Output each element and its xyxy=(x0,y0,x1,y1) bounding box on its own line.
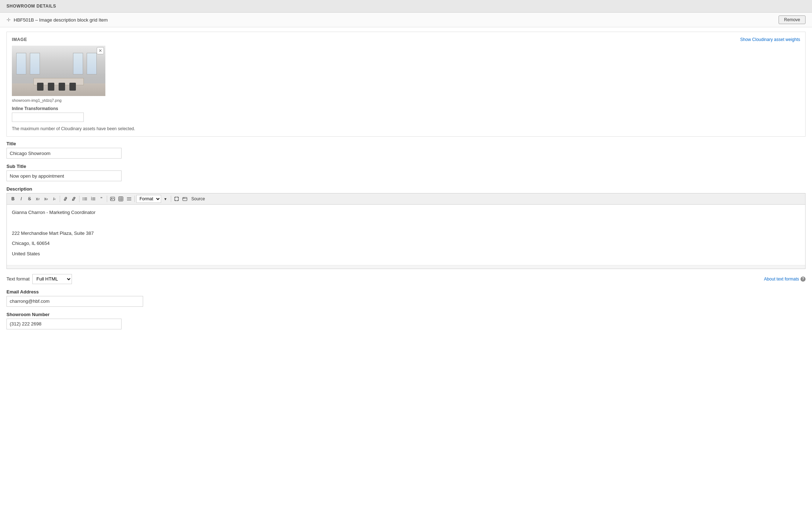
title-label: Title xyxy=(6,141,806,146)
rte-format-select[interactable]: Format xyxy=(136,195,161,203)
rte-clear-format-button[interactable]: Ix xyxy=(50,195,58,203)
svg-rect-22 xyxy=(175,197,178,201)
svg-point-26 xyxy=(184,198,184,198)
text-format-select[interactable]: Full HTML Basic HTML Plain text xyxy=(32,274,72,284)
rte-separator-3 xyxy=(107,196,107,202)
cloudinary-link[interactable]: Show Cloudinary asset weights xyxy=(740,37,800,42)
svg-text:3.: 3. xyxy=(91,199,92,201)
rte-toolbar: B I S x2 xe Ix xyxy=(7,193,805,205)
svg-rect-1 xyxy=(84,198,87,198)
img-chair-4 xyxy=(69,83,76,91)
rte-editor: B I S x2 xe Ix xyxy=(6,193,806,269)
rte-more-button[interactable] xyxy=(125,195,133,203)
rte-image-button[interactable] xyxy=(109,195,117,203)
rte-statusbar xyxy=(7,265,805,269)
about-formats-text: About text formats xyxy=(764,277,799,282)
content-area: IMAGE Show Cloudinary asset weights xyxy=(0,32,812,342)
section-header: SHOWROOM DETAILS xyxy=(0,0,812,13)
block-item-text: HBF501B – Image description block grid I… xyxy=(14,17,108,23)
rte-separator-4 xyxy=(134,196,135,202)
rte-content[interactable]: Gianna Charron - Marketing Coordinator 2… xyxy=(7,205,805,265)
img-chair-1 xyxy=(37,83,44,91)
rte-table-button[interactable] xyxy=(117,195,125,203)
svg-rect-11 xyxy=(92,200,95,200)
showroom-number-label: Showroom Number xyxy=(6,312,806,317)
rte-ol-button[interactable]: 1.2.3. xyxy=(89,195,97,203)
svg-point-2 xyxy=(83,199,83,199)
email-field-group: Email Address xyxy=(6,289,806,307)
rte-superscript-button[interactable]: x2 xyxy=(34,195,42,203)
rte-unlink-button[interactable] xyxy=(70,195,78,203)
svg-rect-9 xyxy=(92,199,95,199)
subtitle-field-group: Sub Title xyxy=(6,164,806,181)
svg-rect-7 xyxy=(92,198,95,198)
remove-button[interactable]: Remove xyxy=(779,15,806,24)
subtitle-label: Sub Title xyxy=(6,164,806,169)
email-input[interactable] xyxy=(6,296,143,307)
rte-line-3: 222 Merchandise Mart Plaza, Suite 387 xyxy=(12,230,800,237)
svg-rect-19 xyxy=(127,197,131,198)
img-window-4 xyxy=(87,53,97,74)
rte-line-2 xyxy=(12,219,800,227)
rte-line-5: United States xyxy=(12,250,800,258)
image-thumbnail xyxy=(12,46,105,96)
svg-rect-20 xyxy=(127,199,131,199)
img-window-1 xyxy=(16,53,26,74)
rte-ul-button[interactable] xyxy=(81,195,89,203)
rte-separator-5 xyxy=(171,196,171,202)
svg-rect-14 xyxy=(119,197,123,201)
block-item-row: ✛ HBF501B – Image description block grid… xyxy=(0,13,812,27)
email-label: Email Address xyxy=(6,289,806,295)
rte-dropdown-arrow[interactable]: ▼ xyxy=(161,195,169,203)
text-format-row: Text format Full HTML Basic HTML Plain t… xyxy=(6,274,806,284)
svg-rect-3 xyxy=(84,199,87,199)
rte-maximize-button[interactable] xyxy=(181,195,189,203)
rte-line-4: Chicago, IL 60654 xyxy=(12,240,800,247)
image-section-header: IMAGE Show Cloudinary asset weights xyxy=(12,37,800,42)
drag-handle-icon[interactable]: ✛ xyxy=(6,17,11,23)
inline-trans-input[interactable] xyxy=(12,113,84,122)
image-label: IMAGE xyxy=(12,37,27,42)
image-filename: showroom-img1_ytdzq7.png xyxy=(12,98,800,102)
max-assets-message: The maximum number of Cloudinary assets … xyxy=(12,126,800,131)
img-window-2 xyxy=(30,53,40,74)
image-section: IMAGE Show Cloudinary asset weights xyxy=(6,32,806,137)
showroom-number-input[interactable] xyxy=(6,319,122,329)
about-formats-link[interactable]: About text formats ? xyxy=(764,277,806,282)
inline-trans-label: Inline Transformations xyxy=(12,106,800,111)
image-thumbnail-wrapper: ✕ xyxy=(12,46,105,96)
showroom-number-field-group: Showroom Number xyxy=(6,312,806,329)
svg-point-13 xyxy=(111,198,112,199)
title-field-group: Title xyxy=(6,141,806,159)
rte-separator-1 xyxy=(60,196,60,202)
page-wrapper: SHOWROOM DETAILS ✛ HBF501B – Image descr… xyxy=(0,0,812,520)
text-format-left: Text format Full HTML Basic HTML Plain t… xyxy=(6,274,72,284)
rte-fullscreen-button[interactable] xyxy=(173,195,181,203)
image-thumbnail-inner xyxy=(12,46,105,96)
section-title: SHOWROOM DETAILS xyxy=(6,4,56,9)
rte-subscript-button[interactable]: xe xyxy=(42,195,50,203)
svg-rect-5 xyxy=(84,200,87,200)
rte-source-button[interactable]: Source xyxy=(189,195,207,203)
img-window-3 xyxy=(73,53,83,74)
img-chair-2 xyxy=(48,83,54,91)
svg-point-4 xyxy=(83,200,83,200)
rte-strikethrough-button[interactable]: S xyxy=(26,195,33,203)
svg-rect-21 xyxy=(127,200,131,200)
block-item-label: ✛ HBF501B – Image description block grid… xyxy=(6,17,108,23)
text-format-label: Text format xyxy=(6,276,29,282)
description-label: Description xyxy=(6,186,806,192)
help-icon: ? xyxy=(800,277,806,282)
rte-italic-button[interactable]: I xyxy=(17,195,25,203)
rte-separator-2 xyxy=(79,196,79,202)
img-chair-3 xyxy=(59,83,65,91)
description-field-group: Description B I S x2 xe Ix xyxy=(6,186,806,269)
rte-link-button[interactable] xyxy=(61,195,69,203)
rte-blockquote-button[interactable]: " xyxy=(97,195,105,203)
subtitle-input[interactable] xyxy=(6,170,122,181)
svg-point-0 xyxy=(83,197,83,198)
rte-bold-button[interactable]: B xyxy=(9,195,17,203)
svg-point-25 xyxy=(183,198,183,198)
title-input[interactable] xyxy=(6,148,122,159)
remove-image-button[interactable]: ✕ xyxy=(97,47,104,54)
